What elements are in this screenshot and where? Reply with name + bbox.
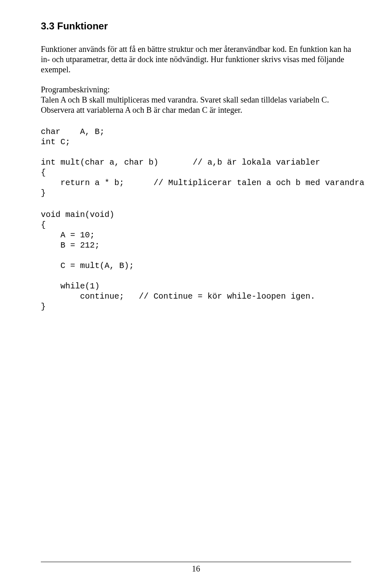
paragraph-intro: Funktioner används för att få en bättre … <box>41 44 351 75</box>
page: 3.3 Funktioner Funktioner används för at… <box>0 0 392 585</box>
program-description-text: Talen A och B skall multipliceras med va… <box>41 95 351 115</box>
code-block-main: void main(void) { A = 10; B = 212; C = m… <box>41 210 351 312</box>
footer-rule <box>41 562 351 562</box>
section-heading: 3.3 Funktioner <box>41 20 351 32</box>
page-number: 16 <box>0 564 392 574</box>
program-description-label: Programbeskrivning: <box>41 85 351 95</box>
code-block-declarations: char A, B; int C; int mult(char a, char … <box>41 127 351 198</box>
